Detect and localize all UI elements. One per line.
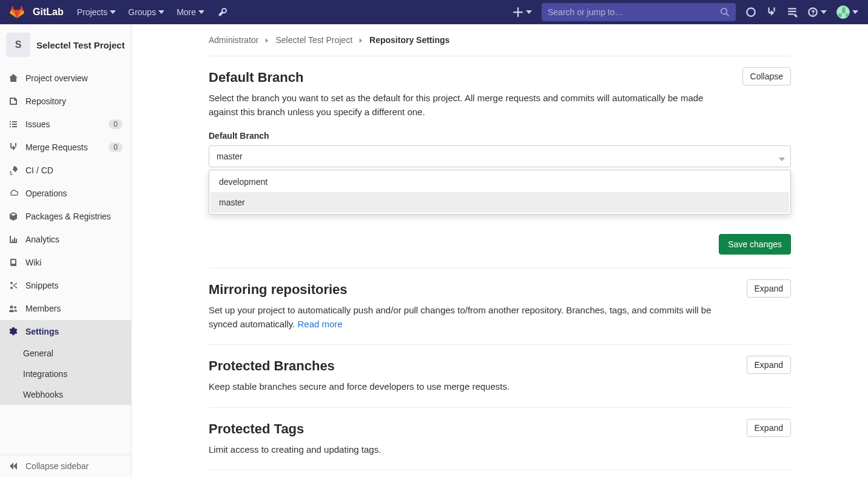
nav-projects[interactable]: Projects [72, 4, 121, 21]
sidebar-item-label: Repository [25, 96, 123, 106]
sidebar-item-label: Project overview [25, 73, 123, 83]
gitlab-logo[interactable] [10, 5, 24, 19]
select-value-text: master [217, 152, 243, 161]
chevron-down-icon [852, 10, 858, 15]
subnav-integrations[interactable]: Integrations [0, 364, 131, 384]
top-header: GitLab Projects Groups More [0, 0, 868, 24]
sidebar-item-merge-requests[interactable]: Merge Requests0 [0, 136, 131, 159]
expand-button[interactable]: Expand [747, 279, 791, 298]
sidebar-item-overview[interactable]: Project overview [0, 67, 131, 90]
section-protected-branches: Expand Protected Branches Keep stable br… [209, 345, 791, 408]
expand-button[interactable]: Expand [747, 419, 791, 437]
nav-more[interactable]: More [172, 4, 209, 21]
project-avatar: S [6, 33, 30, 57]
home-icon [8, 73, 18, 83]
sidebar-item-label: Members [25, 304, 123, 313]
crumb-project[interactable]: Selectel Test Project [275, 35, 352, 45]
section-title: Protected Branches [209, 358, 791, 374]
branch-option-development[interactable]: development [210, 172, 789, 192]
header-actions [513, 3, 858, 21]
collapse-sidebar-button[interactable]: Collapse sidebar [0, 455, 131, 477]
section-title: Default Branch [209, 70, 791, 85]
issues-shortcut-icon[interactable] [745, 7, 756, 18]
search-input[interactable] [548, 7, 715, 17]
package-icon [8, 212, 18, 221]
chevron-down-icon [821, 10, 827, 15]
select-value[interactable]: master [209, 145, 791, 167]
save-changes-button[interactable]: Save changes [719, 234, 791, 255]
nav-groups[interactable]: Groups [123, 4, 169, 21]
sidebar-item-label: Snippets [25, 281, 123, 290]
section-description: Keep stable branches secure and force de… [209, 380, 724, 394]
sidebar-item-packages[interactable]: Packages & Registries [0, 205, 131, 228]
section-mirroring: Expand Mirroring repositories Set up you… [209, 269, 791, 345]
new-menu[interactable] [513, 7, 532, 18]
sidebar-item-label: CI / CD [25, 165, 123, 175]
sidebar-item-label: Analytics [25, 235, 123, 244]
sidebar-item-snippets[interactable]: Snippets [0, 274, 131, 297]
repo-icon [8, 96, 18, 106]
sidebar-item-analytics[interactable]: Analytics [0, 228, 131, 251]
sidebar-item-members[interactable]: Members [0, 297, 131, 320]
user-menu[interactable] [836, 5, 858, 19]
nav-menu: Projects Groups More [72, 4, 227, 21]
sidebar-item-label: Settings [25, 327, 123, 336]
expand-button[interactable]: Expand [747, 356, 791, 374]
sidebar-item-wiki[interactable]: Wiki [0, 251, 131, 274]
section-deploy-tokens: Expand Deploy Tokens Deploy tokens allow… [209, 470, 791, 477]
cloud-icon [8, 188, 18, 198]
help-menu[interactable] [807, 7, 827, 18]
section-title: Mirroring repositories [209, 282, 791, 298]
collapse-button[interactable]: Collapse [742, 67, 791, 85]
project-header[interactable]: S Selectel Test Project [0, 24, 131, 67]
book-icon [8, 258, 18, 267]
breadcrumb: Administrator Selectel Test Project Repo… [209, 35, 791, 56]
subnav-general[interactable]: General [0, 343, 131, 364]
chevron-right-icon [264, 35, 269, 45]
section-title: Protected Tags [209, 421, 791, 437]
search-box[interactable] [542, 3, 736, 21]
help-icon [807, 7, 818, 18]
crumb-admin[interactable]: Administrator [209, 35, 258, 45]
chevron-down-icon [779, 154, 785, 164]
todos-shortcut-icon[interactable] [787, 7, 798, 18]
project-name: Selectel Test Project [36, 40, 125, 50]
chevron-right-icon [358, 35, 363, 45]
default-branch-field-label: Default Branch [209, 131, 791, 141]
chevron-left-double-icon [8, 461, 18, 471]
subnav-webhooks[interactable]: Webhooks [0, 384, 131, 405]
search-icon [720, 7, 730, 17]
section-description-text: Set up your project to automatically pus… [209, 305, 711, 329]
gear-icon [8, 327, 18, 336]
chevron-down-icon [198, 9, 204, 15]
chevron-down-icon [110, 9, 116, 15]
branch-option-master[interactable]: master [210, 192, 789, 213]
sidebar-item-repository[interactable]: Repository [0, 90, 131, 113]
mrs-count-badge: 0 [109, 142, 123, 152]
section-default-branch: Collapse Default Branch Select the branc… [209, 56, 791, 269]
sidebar-item-label: Operations [25, 188, 123, 198]
crumb-page: Repository Settings [369, 35, 449, 45]
issues-count-badge: 0 [109, 119, 123, 129]
section-protected-tags: Expand Protected Tags Limit access to cr… [209, 408, 791, 471]
default-branch-select[interactable]: master development master [209, 145, 791, 167]
chevron-down-icon [158, 9, 164, 15]
section-description: Set up your project to automatically pus… [209, 304, 724, 331]
sidebar-item-label: Packages & Registries [25, 212, 123, 221]
plus-icon [513, 7, 523, 18]
default-branch-dropdown: development master [209, 170, 791, 215]
sidebar-item-settings[interactable]: Settings [0, 320, 131, 343]
project-sidebar: S Selectel Test Project Project overview… [0, 24, 132, 477]
nav-projects-label: Projects [77, 7, 108, 17]
sidebar-item-label: Wiki [25, 258, 123, 267]
sidebar-item-cicd[interactable]: CI / CD [0, 159, 131, 182]
sidebar-item-label: Issues [25, 119, 101, 129]
admin-wrench-icon[interactable] [218, 7, 227, 17]
merge-requests-shortcut-icon[interactable] [766, 7, 777, 18]
sidebar-item-issues[interactable]: Issues0 [0, 113, 131, 136]
sidebar-item-operations[interactable]: Operations [0, 182, 131, 205]
chart-icon [8, 235, 18, 244]
brand-name[interactable]: GitLab [33, 7, 64, 18]
read-more-link[interactable]: Read more [297, 319, 342, 329]
user-avatar [836, 5, 850, 19]
